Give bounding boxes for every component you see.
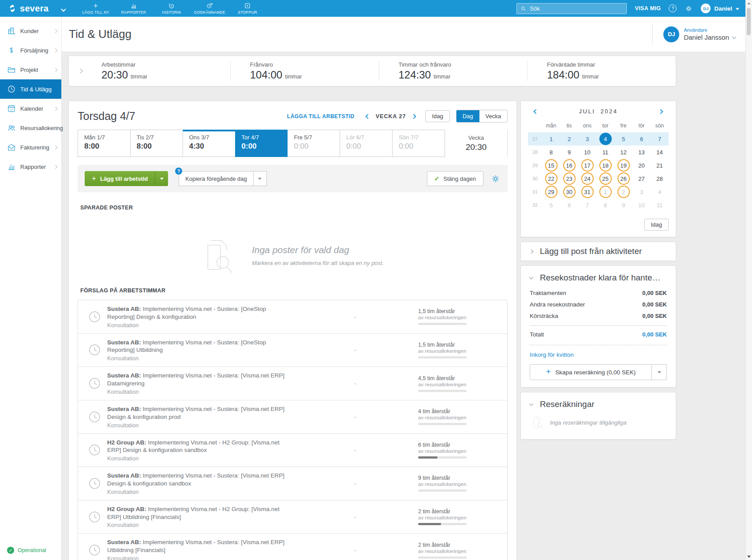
day-settings-gear-icon[interactable] (490, 174, 501, 184)
user-menu[interactable]: DJ Daniel (701, 4, 739, 13)
calendar-day[interactable]: 17 (578, 159, 596, 172)
suggestion-row[interactable]: Sustera AB: Implementering Visma.net - S… (78, 400, 507, 434)
search-input[interactable] (530, 5, 623, 12)
calendar-day[interactable]: 1 (542, 132, 560, 146)
summary-expand-chevron[interactable] (78, 68, 82, 73)
calendar-day[interactable]: 3 (632, 185, 651, 198)
sidebar-item-projekt[interactable]: Projekt (0, 60, 61, 79)
calendar-day[interactable]: 3 (578, 132, 596, 146)
topbar-item-plus[interactable]: LÄGG TILL NY (77, 0, 115, 17)
calendar-day[interactable]: 13 (632, 146, 651, 159)
sidebar-item-f-rs-ljning[interactable]: Försäljning (0, 41, 61, 60)
create-travel-invoice-button[interactable]: + Skapa reseräkning (0,00 SEK) (530, 364, 652, 380)
close-day-button[interactable]: ✓ Stäng dagen (427, 171, 483, 186)
module-chevron-down-icon[interactable] (61, 7, 66, 11)
calendar-next-chevron-icon[interactable] (658, 109, 663, 114)
calendar-day[interactable]: 31 (578, 185, 596, 198)
toggle-week[interactable]: Vecka (479, 110, 507, 122)
topbar-item-bar-chart[interactable]: RAPPORTER (115, 0, 153, 17)
calendar-day[interactable]: 11 (596, 146, 614, 159)
calendar-day[interactable]: 4 (651, 185, 669, 198)
calendar-day[interactable]: 6 (632, 132, 651, 146)
settings-gear-icon[interactable] (685, 4, 693, 13)
sidebar-item-kalender[interactable]: 17Kalender (0, 99, 61, 118)
receipt-inbox-link[interactable]: Inkorg för kvitton (530, 351, 667, 358)
suggestion-row[interactable]: Sustera AB: Implementering Visma.net - S… (78, 367, 507, 400)
calendar-day[interactable]: 15 (542, 159, 560, 172)
day-cell-1[interactable]: Mån 1/78:00 (78, 130, 131, 157)
add-worktime-dropdown[interactable] (155, 171, 168, 186)
status-indicator[interactable]: ✓ Operational (7, 547, 46, 554)
calendar-day[interactable]: 27 (632, 172, 651, 185)
day-cell-7[interactable]: Sön 7/70:00 (392, 130, 445, 157)
calendar-day[interactable]: 2 (614, 185, 632, 198)
calendar-day[interactable]: 21 (651, 159, 669, 172)
calendar-day[interactable]: 26 (614, 172, 632, 185)
calendar-day[interactable]: 5 (614, 132, 632, 146)
suggestion-row[interactable]: Sustera AB: Implementering Visma.net - S… (78, 300, 507, 334)
header-avatar[interactable]: DJ (663, 26, 679, 42)
calendar-prev-chevron-icon[interactable] (533, 109, 538, 114)
calendar-day[interactable]: 8 (542, 146, 560, 159)
calendar-day[interactable]: 7 (651, 132, 669, 146)
calendar-day[interactable]: 14 (651, 146, 669, 159)
travel-costs-header[interactable]: Resekostnader klara för hante… (530, 273, 667, 283)
calendar-day[interactable]: 30 (560, 185, 578, 198)
calendar-day[interactable]: 29 (542, 185, 560, 198)
day-cell-5[interactable]: Fre 5/70:00 (287, 130, 340, 157)
suggestion-row[interactable]: H2 Group AB: Implementering Visma.net - … (78, 434, 507, 467)
suggestion-row[interactable]: Sustera AB: Implementering Visma.net - S… (78, 334, 507, 367)
prev-week-chevron-icon[interactable] (365, 114, 370, 119)
calendar-day[interactable]: 8 (596, 198, 614, 212)
day-cell-3[interactable]: Ons 3/74:30 (183, 130, 236, 157)
calendar-day[interactable]: 28 (651, 172, 669, 185)
topbar-item-stopwatch[interactable]: STOPPUR (228, 0, 266, 17)
toggle-day[interactable]: Dag (456, 110, 479, 122)
calendar-day[interactable]: 20 (632, 159, 651, 172)
suggestion-row[interactable]: Sustera AB: Implementering Visma.net - S… (78, 467, 507, 500)
topbar-item-history[interactable]: HISTORIK (153, 0, 191, 17)
next-week-chevron-icon[interactable] (412, 114, 416, 119)
today-button[interactable]: Idag (425, 110, 449, 122)
scroll-up-arrow-icon[interactable] (747, 2, 751, 4)
calendar-day[interactable]: 16 (560, 159, 578, 172)
visa-mig-button[interactable]: VISA MIG (635, 5, 661, 11)
calendar-day[interactable]: 10 (632, 198, 651, 212)
suggestion-row[interactable]: Sustera AB: Implementering Visma.net - S… (78, 534, 507, 560)
scroll-down-arrow-icon[interactable] (747, 556, 751, 558)
vertical-scrollbar[interactable] (745, 0, 752, 560)
calendar-day[interactable]: 4 (596, 132, 614, 146)
calendar-today-button[interactable]: Idag (644, 219, 669, 231)
calendar-day[interactable]: 11 (651, 198, 669, 212)
calendar-day[interactable]: 5 (542, 198, 560, 212)
day-cell-2[interactable]: Tis 2/78:00 (130, 130, 183, 157)
sidebar-item-kunder[interactable]: Kunder (0, 21, 61, 41)
search-box[interactable] (516, 3, 627, 14)
calendar-day[interactable]: 9 (560, 146, 578, 159)
scrollbar-thumb[interactable] (747, 8, 751, 35)
calendar-day[interactable]: 25 (596, 172, 614, 185)
activities-panel[interactable]: Lägg till post från aktiviteter (520, 242, 676, 261)
sidebar-item-fakturering[interactable]: Fakturering (0, 138, 61, 157)
calendar-day[interactable]: 7 (578, 198, 596, 212)
calendar-day[interactable]: 22 (542, 172, 560, 185)
header-user-selector[interactable]: Daniel Jansson (684, 34, 736, 41)
calendar-day[interactable]: 19 (614, 159, 632, 172)
sidebar-item-rapporter[interactable]: Rapporter (0, 157, 61, 176)
day-cell-4[interactable]: Tor 4/70:00 (235, 130, 288, 157)
sidebar-item-resursallokering[interactable]: Resursallokering (0, 118, 61, 138)
sidebar-item-tid-utl-gg[interactable]: Tid & Utlägg (0, 79, 61, 99)
calendar-day[interactable]: 1 (596, 185, 614, 198)
calendar-day[interactable]: 9 (614, 198, 632, 212)
suggestion-row[interactable]: H2 Group AB: Implementering Visma.net - … (78, 500, 507, 534)
help-icon[interactable]: ? (669, 4, 677, 12)
calendar-day[interactable]: 18 (596, 159, 614, 172)
topbar-item-approve[interactable]: GODKÄNNANDE (191, 0, 228, 17)
create-travel-invoice-dropdown[interactable] (652, 364, 667, 380)
add-worktime-link[interactable]: LÄGGA TILL ARBETSTID (287, 113, 355, 119)
severa-logo[interactable]: severa (8, 4, 49, 14)
calendar-day[interactable]: 23 (560, 172, 578, 185)
travel-invoices-header[interactable]: Reseräkningar (530, 399, 667, 409)
calendar-day[interactable]: 10 (578, 146, 596, 159)
day-cell-6[interactable]: Lör 6/70:00 (340, 130, 393, 157)
